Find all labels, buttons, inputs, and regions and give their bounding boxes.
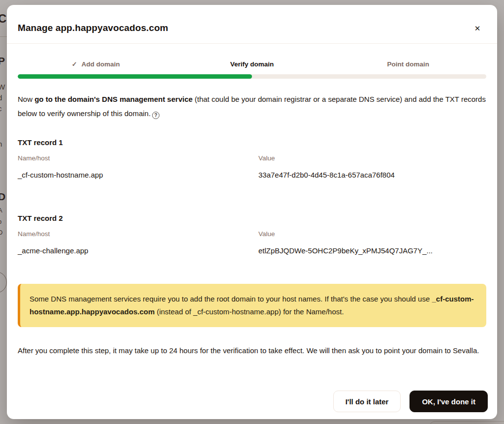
note-text: After you complete this step, it may tak… [18, 346, 453, 355]
txt-record-1-values: _cf-custom-hostname.app 33a7e47f-d2b0-4d… [18, 171, 486, 179]
value-label: Value [258, 230, 486, 238]
header-divider [7, 43, 497, 44]
txt-record-2-values: _acme-challenge.app etlZpBJQDWe-5OHC2P9b… [18, 246, 486, 255]
modal-content: ✓ Add domain Verify domain Point domain … [7, 61, 497, 358]
step-label: Point domain [387, 61, 430, 68]
txt-record-2-heading: TXT record 2 [18, 214, 486, 222]
modal-title: Manage app.happyavocados.com [18, 23, 168, 33]
check-icon: ✓ [72, 61, 77, 68]
step-verify-domain: Verify domain [174, 61, 330, 68]
txt-record-2-value: etlZpBJQDWe-5OHC2P9beKy_xPMJ54Q7JAG7Y_..… [258, 246, 486, 255]
step-point-domain: Point domain [330, 61, 486, 68]
help-icon[interactable]: ? [152, 112, 159, 119]
txt-record-2-labels: Name/host Value [18, 230, 486, 238]
dns-root-domain-alert: Some DNS management services require you… [18, 284, 486, 327]
name-host-label: Name/host [18, 230, 258, 238]
alert-text: Some DNS management services require you… [30, 295, 432, 303]
progress-fill [18, 74, 252, 79]
step-label: Verify domain [230, 61, 274, 68]
alert-text: (instead of _cf-custom-hostname.app) for… [155, 307, 344, 316]
modal-header: Manage app.happyavocados.com ✕ [7, 5, 497, 43]
step-add-domain: ✓ Add domain [18, 61, 174, 68]
txt-record-1-name: _cf-custom-hostname.app [18, 171, 258, 179]
name-host-label: Name/host [18, 154, 258, 162]
ok-ive-done-it-button[interactable]: OK, I've done it [410, 391, 488, 412]
txt-record-1-heading: TXT record 1 [18, 138, 486, 147]
step-label: Add domain [82, 61, 120, 68]
progress-bar-track [18, 74, 486, 79]
instruction-bold: go to the domain's DNS management servic… [34, 95, 192, 103]
manage-domain-modal: Manage app.happyavocados.com ✕ ✓ Add dom… [7, 5, 497, 419]
instruction-text: Now go to the domain's DNS management se… [18, 92, 486, 121]
value-label: Value [258, 154, 486, 162]
close-icon[interactable]: ✕ [471, 22, 484, 35]
ill-do-it-later-button[interactable]: I'll do it later [333, 391, 401, 412]
verification-time-note: After you complete this step, it may tak… [18, 343, 486, 358]
wizard-stepper: ✓ Add domain Verify domain Point domain [18, 61, 486, 68]
instruction-prefix: Now [18, 95, 34, 103]
txt-record-2-name: _acme-challenge.app [18, 246, 258, 255]
brand-name: Sevalla [453, 346, 477, 355]
txt-record-1-value: 33a7e47f-d2b0-4d45-8c1a-657aca76f804 [258, 171, 486, 179]
note-period: . [477, 346, 479, 355]
modal-footer: I'll do it later OK, I've done it [333, 391, 488, 412]
txt-record-1-labels: Name/host Value [18, 154, 486, 162]
